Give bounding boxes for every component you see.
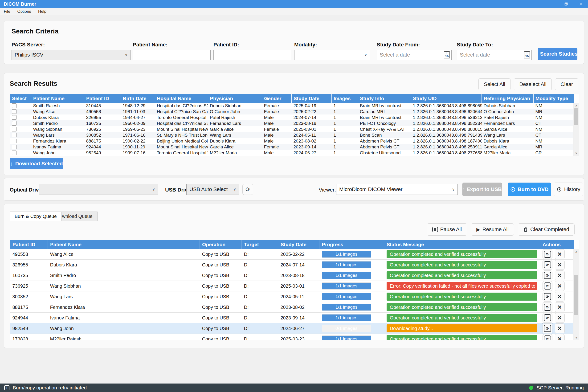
queue-row[interactable]: 982549Wang JohnCopy to USBD:2024-06-270/… bbox=[10, 323, 574, 334]
cancel-button[interactable]: ✕ bbox=[555, 324, 565, 333]
cancel-button[interactable]: ✕ bbox=[555, 292, 565, 302]
pacs-server-select[interactable]: Philips ISCV ∨ bbox=[12, 50, 130, 60]
usb-drive-select[interactable]: USB Auto Select ∨ bbox=[186, 184, 239, 195]
cell-study-info: Cardiac MRI bbox=[358, 108, 411, 114]
results-row[interactable]: Dubois Klara3269551944-04-27Toronto Gene… bbox=[10, 114, 574, 120]
retry-button[interactable]: ⟳ bbox=[542, 324, 552, 333]
row-checkbox[interactable] bbox=[12, 127, 16, 132]
cancel-button[interactable]: ✕ bbox=[555, 270, 565, 280]
results-row[interactable]: Wang John9825491999-07-16Toronto General… bbox=[10, 150, 574, 156]
search-studies-button[interactable]: Search Studies bbox=[538, 48, 578, 60]
download-selected-button[interactable]: ↓ Download Selected bbox=[10, 158, 63, 170]
menu-file[interactable]: File bbox=[4, 9, 10, 14]
scrollbar-thumb[interactable] bbox=[574, 275, 578, 315]
row-checkbox[interactable] bbox=[12, 139, 16, 143]
cancel-button[interactable]: ✕ bbox=[555, 281, 565, 291]
scrollbar-thumb[interactable] bbox=[574, 108, 578, 125]
cell-patient-name: Wang John bbox=[48, 323, 200, 334]
row-checkbox[interactable] bbox=[12, 104, 16, 108]
patient-id-input[interactable] bbox=[214, 50, 291, 60]
cell-target: D: bbox=[242, 302, 278, 312]
progress-label: 1/1 images bbox=[322, 283, 371, 289]
row-checkbox[interactable] bbox=[12, 109, 16, 114]
tab-burn-copy-queue[interactable]: Burn & Copy Queue bbox=[10, 212, 62, 221]
row-checkbox[interactable] bbox=[12, 145, 16, 149]
results-row[interactable]: Fernandez Klara8881751990-02-22Beijing U… bbox=[10, 138, 574, 144]
cell-operation: Copy to USB bbox=[200, 249, 242, 260]
menu-options[interactable]: Options bbox=[17, 9, 31, 14]
row-checkbox[interactable] bbox=[12, 115, 16, 120]
cell-patient-name: Fernandez Klara bbox=[48, 302, 200, 312]
results-row[interactable]: Wang Siobhan7369251969-05-23Mount Sinai … bbox=[10, 126, 574, 132]
retry-button[interactable]: ⟳ bbox=[542, 249, 552, 259]
scroll-down-icon[interactable]: ∨ bbox=[574, 150, 579, 156]
study-date-to-picker[interactable]: Select a date 15 bbox=[457, 50, 532, 60]
retry-button[interactable]: ⟳ bbox=[542, 302, 552, 312]
queue-row[interactable]: 173828M??ller RajeshCopy to USBD:2025-03… bbox=[10, 334, 574, 340]
close-button[interactable] bbox=[574, 0, 588, 8]
results-row[interactable]: Wang Lars3008521971-06-16St. Mary s NHS … bbox=[10, 132, 574, 138]
scroll-up-icon[interactable]: ∧ bbox=[574, 249, 579, 254]
retry-button[interactable]: ⟳ bbox=[542, 270, 552, 280]
queue-row[interactable]: 736925Wang SiobhanCopy to USBD:2025-03-0… bbox=[10, 281, 574, 292]
export-to-usb-button[interactable]: Export to USB bbox=[462, 182, 502, 196]
refresh-drives-button[interactable]: ⟳ bbox=[242, 184, 253, 195]
clear-completed-button[interactable]: Clear Completed bbox=[518, 223, 574, 236]
study-date-from-picker[interactable]: Select a date 15 bbox=[377, 50, 452, 60]
viewer-select[interactable]: MicroDicom DICOM Viewer ∨ bbox=[336, 184, 458, 195]
cell-status-message: Operation completed and verified success… bbox=[384, 334, 540, 340]
retry-button[interactable]: ⟳ bbox=[542, 313, 552, 323]
modality-select[interactable]: ∨ bbox=[294, 50, 370, 60]
results-row[interactable]: Wang Alice4905581981-11-03Hospital Cl??n… bbox=[10, 108, 574, 114]
scroll-up-icon[interactable]: ∧ bbox=[574, 103, 579, 108]
retry-button[interactable]: ⟳ bbox=[542, 292, 552, 302]
disc-icon bbox=[510, 187, 516, 192]
patient-name-input[interactable] bbox=[133, 50, 210, 60]
cancel-button[interactable]: ✕ bbox=[555, 249, 565, 259]
cell-hospital-name: Hospital das Cl??nicas S??o Paulo bbox=[155, 103, 208, 108]
clear-button[interactable]: Clear bbox=[555, 78, 578, 90]
queue-row[interactable]: 160735Smith PedroCopy to USBD:2023-08-18… bbox=[10, 270, 574, 281]
cancel-button[interactable]: ✕ bbox=[555, 302, 565, 312]
pause-all-button[interactable]: Pause All bbox=[427, 223, 468, 236]
history-button[interactable]: History bbox=[554, 182, 583, 196]
cell-study-date: 2023-08-02 bbox=[278, 302, 320, 312]
queue-row[interactable]: 300852Wang LarsCopy to USBD:2024-05-111/… bbox=[10, 292, 574, 302]
queue-row[interactable]: 888175Fernandez KlaraCopy to USBD:2023-0… bbox=[10, 302, 574, 312]
restore-button[interactable] bbox=[559, 0, 574, 8]
queue-scrollbar[interactable]: ∧ ∨ bbox=[573, 249, 579, 340]
optical-drive-select[interactable]: ∨ bbox=[39, 184, 158, 195]
retry-icon: ⟳ bbox=[544, 293, 551, 300]
results-scrollbar[interactable]: ∧ ∨ bbox=[573, 103, 579, 156]
calendar-icon[interactable]: 15 bbox=[444, 51, 450, 58]
menu-help[interactable]: Help bbox=[38, 9, 46, 14]
results-row[interactable]: Smith Rajesh3104451948-12-29Hospital das… bbox=[10, 103, 574, 108]
cancel-button[interactable]: ✕ bbox=[555, 334, 565, 340]
row-checkbox[interactable] bbox=[12, 150, 16, 155]
queue-row[interactable]: 490558Wang AliceCopy to USBD:2025-02-221… bbox=[10, 249, 574, 260]
select-all-button[interactable]: Select All bbox=[478, 78, 511, 90]
retry-button[interactable]: ⟳ bbox=[542, 281, 552, 291]
results-row[interactable]: Ivanov Fatima9249441990-11-29Mount Sinai… bbox=[10, 144, 574, 150]
search-criteria-card: Search Criteria PACS Server: Philips ISC… bbox=[4, 21, 584, 64]
cell-progress: 1/1 images bbox=[320, 249, 384, 260]
row-checkbox[interactable] bbox=[12, 133, 16, 137]
queue-row[interactable]: 924944Ivanov FatimaCopy to USBD:2023-09-… bbox=[10, 312, 574, 323]
cancel-button[interactable]: ✕ bbox=[555, 260, 565, 270]
calendar-icon[interactable]: 15 bbox=[524, 51, 530, 58]
cancel-button[interactable]: ✕ bbox=[555, 313, 565, 323]
retry-button[interactable]: ⟳ bbox=[542, 334, 552, 340]
scroll-down-icon[interactable]: ∨ bbox=[574, 335, 579, 340]
usb-icon bbox=[463, 187, 464, 192]
minimize-button[interactable] bbox=[544, 0, 559, 8]
cell-referring-physician: Fernandez Lars bbox=[482, 120, 534, 126]
deselect-all-button[interactable]: Deselect All bbox=[514, 78, 552, 90]
queue-row[interactable]: 326955Dubois KlaraCopy to USBD:2024-07-1… bbox=[10, 260, 574, 270]
cell-patient-name: Dubois Klara bbox=[31, 114, 84, 120]
results-row[interactable]: Smith Pedro1607351950-02-09Hospital das … bbox=[10, 120, 574, 126]
resume-all-button[interactable]: ▶ Resume All bbox=[471, 223, 514, 236]
burn-to-dvd-button[interactable]: Burn to DVD bbox=[508, 182, 551, 196]
retry-button[interactable]: ⟳ bbox=[542, 260, 552, 270]
cell-patient-id: 982549 bbox=[10, 323, 48, 334]
row-checkbox[interactable] bbox=[12, 121, 16, 126]
